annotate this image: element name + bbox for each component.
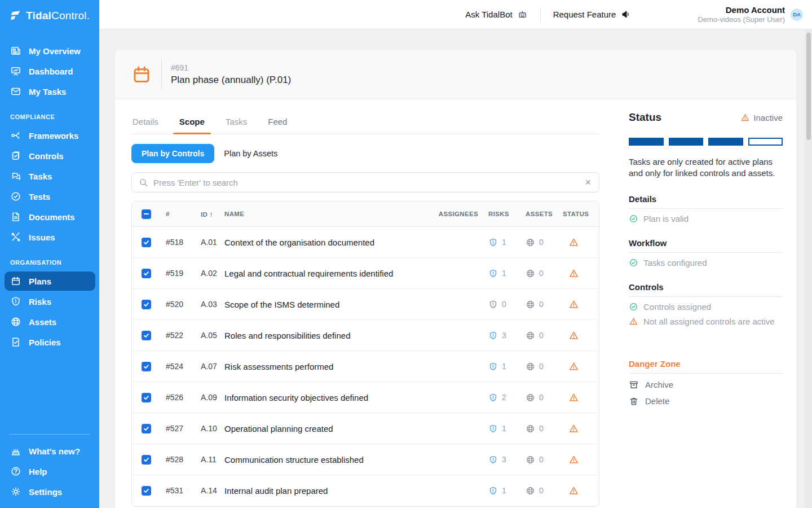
col-num: # (166, 211, 201, 217)
clear-search-icon[interactable]: × (584, 177, 592, 187)
row-number: #520 (166, 300, 201, 309)
globe-icon (526, 455, 535, 465)
account-menu[interactable]: Demo Account Demo-videos (Super User) (698, 5, 785, 24)
globe-icon (10, 316, 21, 327)
sort-asc-icon: ↑ (209, 210, 213, 218)
status-item: Not all assigned controls are active (629, 317, 783, 326)
col-risks[interactable]: RISKS (478, 211, 515, 217)
row-status (553, 454, 594, 465)
status-item: Tasks configured (629, 258, 783, 268)
row-control-name: Legal and contractual requirements ident… (224, 269, 425, 278)
sidebar-primary-nav: My Overview Dashboard My Tasks (0, 40, 99, 102)
sidebar-item-tasks[interactable]: Tasks (5, 167, 95, 186)
sidebar-item-frameworks[interactable]: Frameworks (5, 126, 95, 145)
table-row[interactable]: #531 A.14 Internal audit plan prepared 1… (132, 475, 599, 506)
row-checkbox[interactable] (142, 238, 151, 247)
delete-button[interactable]: Delete (629, 396, 783, 406)
table-row[interactable]: #518 A.01 Context of the organisation do… (132, 227, 599, 258)
check-circle-icon (629, 258, 638, 268)
globe-icon (526, 393, 535, 402)
col-name[interactable]: NAME (224, 211, 425, 217)
check-circle-icon (10, 191, 21, 202)
sidebar-item-label: My Overview (29, 46, 81, 56)
tab-bar: Details Scope Tasks Feed (131, 112, 599, 134)
select-all-checkbox[interactable] (142, 209, 151, 219)
sidebar-organisation-nav: Plans Risks Assets Policies (0, 270, 99, 353)
check-circle-icon (629, 214, 638, 224)
row-status (553, 299, 594, 310)
brand-logo[interactable]: TidalControl. (0, 0, 99, 31)
row-checkbox[interactable] (142, 269, 151, 278)
col-assignees[interactable]: ASSIGNEES (425, 211, 478, 217)
scrollbar-thumb[interactable] (806, 33, 811, 140)
sidebar-item-risks[interactable]: Risks (5, 292, 95, 311)
tab-feed[interactable]: Feed (267, 112, 288, 134)
sidebar-item-my-overview[interactable]: My Overview (5, 41, 95, 60)
row-checkbox[interactable] (142, 362, 151, 371)
row-checkbox[interactable] (142, 331, 151, 340)
row-checkbox[interactable] (142, 424, 151, 433)
tab-scope[interactable]: Scope (178, 112, 206, 134)
danger-zone: Danger Zone Archive Delete (629, 359, 783, 406)
avatar[interactable]: DA (791, 8, 803, 21)
row-control-id: A.05 (201, 331, 224, 340)
shield-icon (488, 455, 498, 465)
col-status[interactable]: STATUS (553, 211, 594, 217)
sidebar-item-label: Dashboard (29, 67, 73, 76)
col-assets[interactable]: ASSETS (515, 211, 553, 217)
table-row[interactable]: #524 A.07 Risk assessments performed 1 0 (132, 351, 599, 382)
archive-button[interactable]: Archive (629, 380, 783, 390)
sidebar-item-policies[interactable]: Policies (5, 332, 95, 352)
shield-icon (488, 362, 498, 371)
sidebar-item-documents[interactable]: Documents (5, 207, 95, 226)
request-feature-button[interactable]: Request Feature (541, 9, 644, 20)
table-row[interactable]: #528 A.11 Communication structure establ… (132, 444, 599, 475)
sidebar-item-my-tasks[interactable]: My Tasks (5, 82, 95, 101)
sidebar-item-help[interactable]: Help (5, 462, 95, 481)
table-row[interactable]: #520 A.03 Scope of the ISMS determined 0… (132, 289, 599, 320)
table-row[interactable]: #519 A.02 Legal and contractual requirem… (132, 258, 599, 289)
table-row[interactable]: #526 A.09 Information security objective… (132, 382, 599, 413)
plan-by-controls-button[interactable]: Plan by Controls (131, 144, 214, 163)
search-input[interactable] (153, 178, 579, 187)
sidebar-item-whats-new[interactable]: What's new? (5, 441, 95, 461)
status-item: Controls assigned (629, 302, 783, 312)
controls-table: # ID↑ NAME ASSIGNEES RISKS ASSETS STATUS (131, 201, 599, 507)
row-checkbox[interactable] (142, 455, 151, 465)
plan-card: #691 Plan phase (annually) (P.01) Detail… (115, 50, 796, 508)
sidebar-item-label: My Tasks (29, 87, 66, 97)
topbar: Ask TidalBot Request Feature Demo Accoun… (99, 0, 812, 29)
status-state-label: Inactive (753, 113, 783, 122)
col-id[interactable]: ID↑ (201, 210, 224, 218)
sidebar-item-settings[interactable]: Settings (5, 482, 95, 501)
row-control-name: Information security objectives defined (224, 393, 425, 402)
row-assets: 0 (515, 486, 553, 496)
chat-icon (10, 170, 21, 182)
row-assets: 0 (515, 331, 553, 340)
status-note: Tasks are only created for active plans … (629, 156, 783, 179)
tab-tasks[interactable]: Tasks (224, 112, 248, 134)
sidebar-item-plans[interactable]: Plans (5, 271, 95, 291)
table-row[interactable]: #522 A.05 Roles and responsibilities def… (132, 320, 599, 351)
sidebar-item-tests[interactable]: Tests (5, 187, 95, 206)
row-risks: 1 (478, 362, 515, 371)
sidebar-item-label: What's new? (29, 446, 80, 456)
ask-tidalbot-button[interactable]: Ask TidalBot (453, 9, 540, 20)
plan-by-assets-button[interactable]: Plan by Assets (214, 144, 287, 163)
sidebar-item-dashboard[interactable]: Dashboard (5, 62, 95, 81)
overview-icon (10, 45, 21, 56)
row-checkbox[interactable] (142, 486, 151, 496)
page-title: Plan phase (annually) (P.01) (171, 75, 291, 86)
row-number: #519 (166, 269, 201, 278)
sidebar-item-assets[interactable]: Assets (5, 312, 95, 331)
progress-segment (629, 138, 664, 146)
sidebar-item-issues[interactable]: Issues (5, 227, 95, 247)
row-checkbox[interactable] (142, 300, 151, 309)
table-row[interactable]: #527 A.10 Operational planning created 1… (132, 413, 599, 444)
page-scrollbar[interactable] (805, 29, 812, 508)
row-assets: 0 (515, 393, 553, 402)
status-title: Status (629, 111, 661, 124)
row-checkbox[interactable] (142, 393, 151, 402)
tab-details[interactable]: Details (131, 112, 160, 134)
sidebar-item-controls[interactable]: Controls (5, 146, 95, 165)
